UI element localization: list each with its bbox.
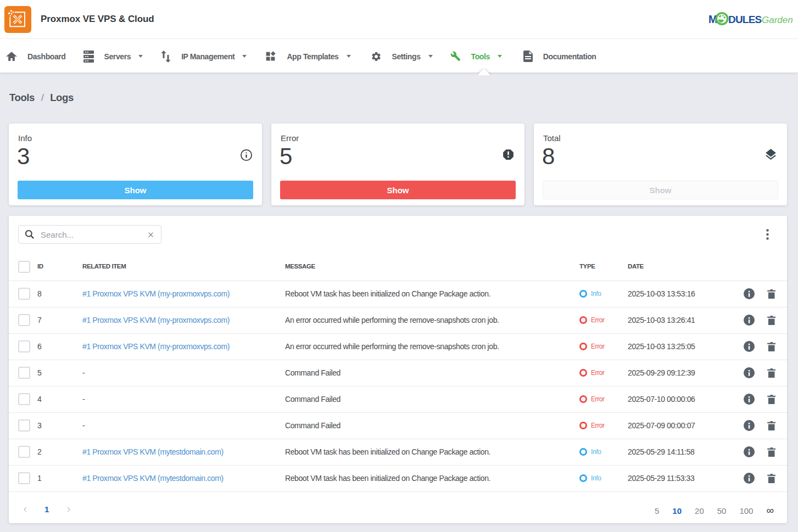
svg-text:Garden: Garden <box>762 15 793 25</box>
svg-text:DULES: DULES <box>728 14 762 25</box>
